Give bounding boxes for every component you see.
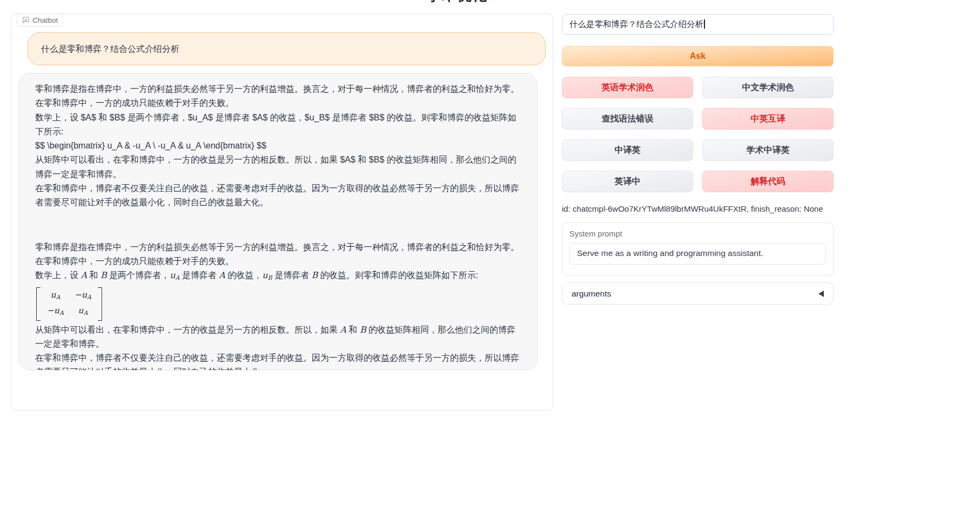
matrix-grid: uA −uA −uA uA bbox=[41, 287, 98, 321]
page-title: ChatGPT 学术优化 bbox=[11, 0, 834, 4]
btn-explain-code[interactable]: 解释代码 bbox=[702, 171, 834, 192]
system-prompt-label: System prompt bbox=[569, 230, 826, 238]
matrix-cell: uA bbox=[47, 288, 64, 304]
system-prompt-input[interactable]: Serve me as a writing and programming as… bbox=[569, 243, 826, 265]
ask-button[interactable]: Ask bbox=[562, 46, 834, 66]
chatbot-label-text: Chatbot bbox=[32, 16, 58, 24]
btn-zh-en-mutual-translate[interactable]: 中英互译 bbox=[702, 108, 834, 130]
bot-rendered-paragraph: 数学上，设 A 和 B 是两个博弈者，uA 是博弈者 A 的收益，uB 是博弈者… bbox=[35, 268, 521, 285]
matrix-bracket-right bbox=[98, 287, 102, 321]
accordion-collapse-icon[interactable] bbox=[818, 291, 824, 297]
bot-message-rendered-block: 零和博弈是指在博弈中，一方的利益损失必然等于另一方的利益增益。换言之，对于每一种… bbox=[35, 240, 521, 370]
btn-english-academic-polish[interactable]: 英语学术润色 bbox=[562, 77, 693, 98]
chatbot-panel: Chatbot 什么是零和博弈？结合公式介绍分析 零和博弈是指在博弈中，一方的利… bbox=[11, 14, 553, 410]
matrix-cell: uA bbox=[75, 304, 91, 320]
page-title-clipped: ChatGPT 学术优化 bbox=[11, 0, 834, 5]
arguments-accordion-label: arguments bbox=[572, 289, 611, 299]
bot-message-raw-block: 零和博弈是指在博弈中，一方的利益损失必然等于另一方的利益增益。换言之，对于每一种… bbox=[35, 82, 521, 210]
system-prompt-panel: System prompt Serve me as a writing and … bbox=[562, 223, 834, 276]
btn-chinese-academic-polish[interactable]: 中文学术润色 bbox=[702, 77, 834, 98]
bot-raw-latex-line: $$ \begin{bmatrix} u_A & -u_A \ -u_A & u… bbox=[35, 139, 521, 153]
chatbot-label: Chatbot bbox=[17, 14, 63, 26]
bot-raw-paragraph: 数学上，设 $A$ 和 $B$ 是两个博弈者，$u_A$ 是博弈者 $A$ 的收… bbox=[35, 111, 521, 139]
bot-rendered-paragraph: 在零和博弈中，博弈者不仅要关注自己的收益，还需要考虑对手的收益。因为一方取得的收… bbox=[35, 351, 521, 370]
btn-find-grammar-errors[interactable]: 查找语法错误 bbox=[562, 108, 693, 130]
user-message-bubble: 什么是零和博弈？结合公式介绍分析 bbox=[28, 32, 546, 65]
status-line: id: chatcmpl-6wOo7KrYTwMl89lbrMWRu4UkFFX… bbox=[562, 204, 843, 213]
bot-rendered-paragraph: 零和博弈是指在博弈中，一方的利益损失必然等于另一方的利益增益。换言之，对于每一种… bbox=[35, 240, 521, 269]
bot-raw-paragraph: 在零和博弈中，博弈者不仅要关注自己的收益，还需要考虑对手的收益。因为一方取得的收… bbox=[35, 181, 521, 210]
bot-rendered-paragraph: 从矩阵中可以看出，在零和博弈中，一方的收益是另一方的相反数。所以，如果 A 和 … bbox=[35, 323, 521, 352]
btn-en-to-zh[interactable]: 英译中 bbox=[562, 171, 693, 192]
btn-academic-zh-to-en[interactable]: 学术中译英 bbox=[702, 139, 834, 161]
bot-message-bubble: 零和博弈是指在博弈中，一方的利益损失必然等于另一方的利益增益。换言之，对于每一种… bbox=[18, 73, 538, 370]
matrix-cell: −uA bbox=[47, 304, 64, 320]
matrix-cell: −uA bbox=[75, 288, 91, 304]
bot-raw-paragraph: 从矩阵中可以看出，在零和博弈中，一方的收益是另一方的相反数。所以，如果 $A$ … bbox=[35, 153, 521, 181]
question-input[interactable]: 什么是零和博弈？结合公式介绍分析 bbox=[562, 14, 834, 35]
user-message-text: 什么是零和博弈？结合公式介绍分析 bbox=[28, 33, 545, 65]
question-input-value: 什么是零和博弈？结合公式介绍分析 bbox=[569, 19, 703, 29]
matrix-bracket-left bbox=[36, 287, 41, 321]
payoff-matrix: uA −uA −uA uA bbox=[36, 287, 102, 321]
bot-raw-paragraph: 零和博弈是指在博弈中，一方的利益损失必然等于另一方的利益增益。换言之，对于每一种… bbox=[35, 82, 521, 111]
text-caret bbox=[704, 19, 705, 29]
btn-zh-to-en[interactable]: 中译英 bbox=[562, 139, 693, 161]
arguments-accordion[interactable]: arguments bbox=[562, 282, 834, 305]
chat-bubble-icon bbox=[22, 16, 30, 24]
function-button-grid: 英语学术润色 中文学术润色 查找语法错误 中英互译 中译英 学术中译英 英译中 … bbox=[562, 77, 834, 192]
